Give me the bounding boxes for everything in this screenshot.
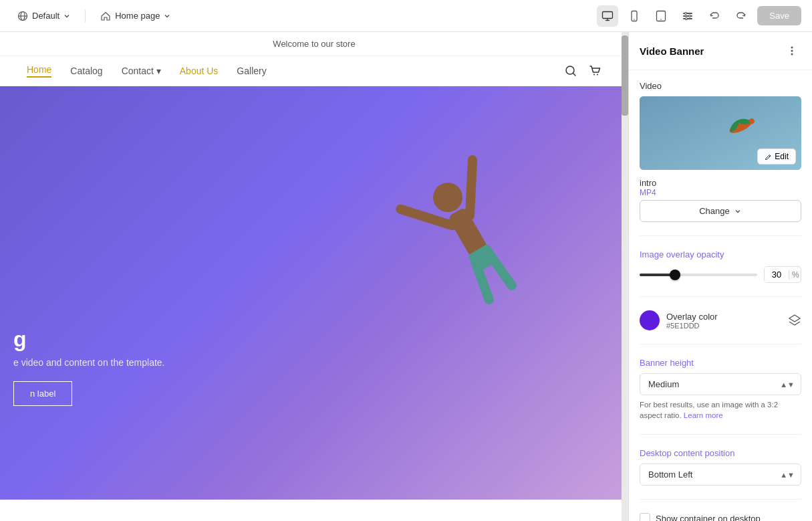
redo-btn[interactable] [730, 5, 752, 27]
layers-icon[interactable] [788, 314, 801, 327]
desktop-view-btn[interactable] [597, 5, 618, 27]
banner-height-hint: For best results, use an image with a 3:… [640, 399, 801, 421]
toolbar-left: Default Home page [11, 7, 177, 25]
divider4 [640, 434, 801, 435]
home-icon [100, 11, 111, 21]
opacity-unit: % [789, 270, 801, 280]
hero-cta-button[interactable]: n label [13, 381, 72, 406]
panel-body: Video [629, 70, 812, 521]
color-label: Overlay color [666, 312, 718, 322]
stack-icon [788, 314, 801, 327]
nav-gallery[interactable]: Gallery [237, 66, 266, 76]
show-container-checkbox[interactable] [640, 513, 650, 521]
opacity-label: Image overlay opacity [640, 249, 801, 259]
nav-contact[interactable]: Contact ▾ [122, 66, 161, 76]
svg-line-35 [769, 155, 771, 157]
homepage-dropdown[interactable]: Home page [94, 7, 177, 25]
top-toolbar: Default Home page [0, 0, 812, 32]
globe-icon [17, 11, 28, 21]
tablet-icon [655, 10, 667, 22]
default-dropdown[interactable]: Default [11, 7, 77, 25]
scrollbar-track[interactable] [622, 32, 628, 521]
store-topbar: Welcome to our store [0, 32, 628, 56]
color-hex-value: #5E1DDD [666, 322, 718, 330]
cart-icon[interactable] [588, 64, 601, 78]
divider2 [640, 296, 801, 297]
divider1 [640, 235, 801, 236]
svg-line-17 [573, 74, 576, 76]
panel-header: Video Banner [629, 32, 812, 70]
opacity-section: Image overlay opacity % [640, 249, 801, 283]
hero-banner: g e video and content on the template. n… [0, 86, 628, 500]
scrollbar-thumb[interactable] [622, 35, 628, 116]
chevron-down-icon [63, 13, 70, 19]
svg-point-29 [791, 54, 793, 56]
pencil-icon [765, 153, 772, 161]
more-options-icon [786, 45, 798, 57]
toolbar-right: Save [597, 5, 801, 27]
topbar-text: Welcome to our store [273, 39, 355, 49]
video-filename: intro [640, 178, 801, 188]
overlay-color-section: Overlay color #5E1DDD [640, 310, 801, 330]
panel-title: Video Banner [640, 45, 704, 57]
hero-text: g e video and content on the template. n… [0, 313, 178, 419]
right-panel: Video Banner Video [628, 32, 812, 521]
panel-menu-button[interactable] [783, 41, 801, 60]
edit-label: Edit [775, 152, 789, 161]
svg-point-19 [597, 74, 598, 76]
slider-thumb[interactable] [670, 270, 680, 280]
opacity-slider[interactable] [640, 274, 757, 276]
redo-icon [735, 10, 747, 22]
desktop-content-position-section: Desktop content position Top Left Top Ce… [640, 448, 801, 486]
nav-about[interactable]: About Us [180, 66, 219, 76]
save-button[interactable]: Save [757, 6, 801, 25]
svg-point-13 [685, 12, 687, 14]
video-thumbnail: Edit [640, 96, 801, 170]
color-left: Overlay color #5E1DDD [640, 310, 718, 330]
show-container-label: Show container on desktop [656, 514, 761, 521]
nav-icons [564, 64, 601, 78]
mobile-view-btn[interactable] [624, 5, 645, 27]
store-nav: Home Catalog Contact ▾ About Us Gallery [0, 56, 628, 86]
settings-btn[interactable] [677, 5, 698, 27]
video-meta: intro MP4 [640, 173, 801, 200]
desktop-position-select[interactable]: Top Left Top Center Top Right Middle Lef… [640, 463, 801, 486]
svg-rect-3 [603, 11, 613, 18]
svg-point-27 [791, 47, 793, 49]
show-container-section: Show container on desktop [640, 513, 801, 521]
tablet-view-btn[interactable] [650, 5, 672, 27]
nav-catalog[interactable]: Catalog [70, 66, 102, 76]
divider5 [640, 499, 801, 500]
edit-video-button[interactable]: Edit [757, 148, 796, 165]
svg-point-28 [791, 50, 793, 52]
main-area: Welcome to our store Home Catalog Contac… [0, 32, 812, 521]
default-label: Default [32, 11, 59, 21]
toolbar-separator [85, 9, 86, 23]
hero-subtitle: e video and content on the template. [13, 357, 165, 368]
banner-height-label: Banner height [640, 358, 801, 368]
desktop-icon [601, 10, 614, 22]
banner-height-select[interactable]: Small Medium Large Full screen [640, 373, 801, 395]
svg-point-18 [593, 74, 595, 76]
change-video-button[interactable]: Change [640, 200, 801, 222]
undo-btn[interactable] [704, 5, 725, 27]
diver-figure [368, 100, 601, 488]
color-info: Overlay color #5E1DDD [666, 312, 718, 330]
change-label: Change [699, 206, 730, 216]
preview-panel: Welcome to our store Home Catalog Contac… [0, 32, 628, 521]
homepage-label: Home page [115, 11, 160, 21]
desktop-position-select-wrap: Top Left Top Center Top Right Middle Lef… [640, 463, 801, 486]
svg-point-14 [689, 15, 691, 17]
svg-point-15 [686, 17, 688, 19]
nav-home[interactable]: Home [27, 64, 51, 78]
banner-height-section: Banner height Small Medium Large Full sc… [640, 358, 801, 421]
learn-more-link[interactable]: Learn more [684, 411, 723, 419]
search-icon[interactable] [564, 64, 577, 78]
opacity-input[interactable] [765, 267, 789, 282]
mobile-icon [628, 10, 640, 22]
opacity-input-wrap: % [764, 266, 801, 283]
svg-point-9 [661, 19, 662, 20]
svg-point-7 [634, 19, 636, 20]
banner-height-select-wrap: Small Medium Large Full screen ▲▼ [640, 373, 801, 395]
color-swatch[interactable] [640, 310, 660, 330]
